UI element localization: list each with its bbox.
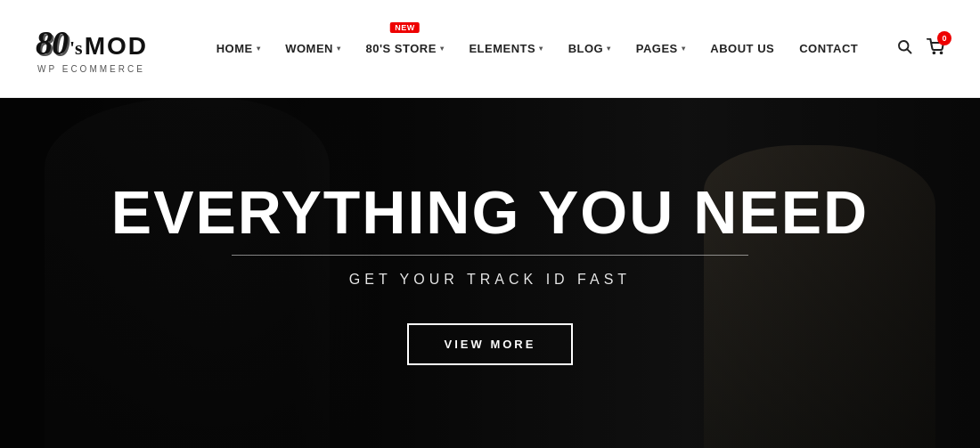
nav-label-home: HOME [216,42,253,55]
hero-cta-button[interactable]: VIEW MORE [407,323,574,365]
nav-label-women: WOMEN [285,42,333,55]
nav-item-blog[interactable]: BLOG ▾ [556,42,624,55]
nav-label-about: ABOUT US [710,42,774,55]
chevron-down-icon: ▾ [607,45,611,53]
logo-number: 80 [36,23,68,62]
cart-count-badge: 0 [937,31,951,45]
chevron-down-icon: ▾ [440,45,445,53]
nav-item-women[interactable]: WOMEN ▾ [273,42,353,55]
nav-item-about[interactable]: ABOUT US [698,42,787,55]
site-header: 80 's MOD WP ECOMMERCE HOME ▾ WOMEN ▾ NE… [0,0,980,98]
hero-section: EVERYTHING YOU NEED GET YOUR TRACK ID FA… [0,98,980,448]
nav-label-blog: BLOG [568,42,604,55]
header-icons: 0 [896,38,944,59]
hero-subtitle: GET YOUR TRACK ID FAST [111,272,869,288]
nav-label-elements: ELEMENTS [469,42,535,55]
chevron-down-icon: ▾ [257,45,261,53]
svg-point-3 [941,53,943,54]
svg-line-1 [907,49,911,53]
nav-item-contact[interactable]: CONTACT [787,42,870,55]
nav-item-elements[interactable]: ELEMENTS ▾ [456,42,555,55]
nav-item-store[interactable]: NEW 80'S STORE ▾ [353,42,456,55]
main-nav: HOME ▾ WOMEN ▾ NEW 80'S STORE ▾ ELEMENTS… [178,42,896,55]
chevron-down-icon: ▾ [337,45,341,53]
search-button[interactable] [896,38,912,59]
logo-name: MOD [85,32,148,61]
nav-label-contact: CONTACT [799,42,858,55]
nav-item-home[interactable]: HOME ▾ [204,42,274,55]
hero-divider [232,255,748,256]
hero-content: EVERYTHING YOU NEED GET YOUR TRACK ID FA… [111,182,869,365]
nav-label-store: 80'S STORE [365,42,436,55]
logo-subtitle: WP ECOMMERCE [37,64,178,74]
nav-label-pages: PAGES [636,42,678,55]
chevron-down-icon: ▾ [682,45,686,53]
nav-item-pages[interactable]: PAGES ▾ [624,42,698,55]
chevron-down-icon: ▾ [539,45,543,53]
new-badge: NEW [390,22,420,33]
logo[interactable]: 80 's MOD WP ECOMMERCE [36,23,178,74]
cart-button[interactable]: 0 [927,38,944,59]
hero-title: EVERYTHING YOU NEED [111,182,869,242]
logo-apostrophe-s: 's [69,37,83,60]
svg-point-2 [934,53,935,54]
